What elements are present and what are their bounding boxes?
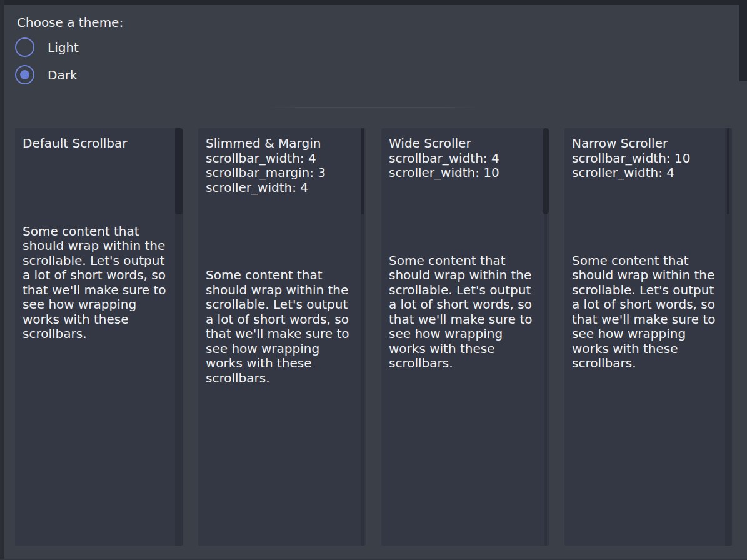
panel-slimmed-margin[interactable]: Slimmed & Margin scrollbar_width: 4 scro… xyxy=(198,128,366,546)
scrollbar-thumb[interactable] xyxy=(361,128,364,214)
panel-content: Some content that should wrap within the… xyxy=(572,254,722,371)
page-scrollbar[interactable] xyxy=(739,0,747,560)
panel-param: scroller_width: 10 xyxy=(389,166,540,181)
theme-chooser-label: Choose a theme: xyxy=(17,15,123,30)
radio-label: Dark xyxy=(48,68,77,82)
panel-title: Slimmed & Margin xyxy=(206,136,357,151)
panel-content: Some content that should wrap within the… xyxy=(206,268,356,386)
panel-content: Some content that should wrap within the… xyxy=(389,254,539,371)
section-divider xyxy=(267,107,481,108)
panel-param: scroller_width: 4 xyxy=(206,181,357,196)
panel-title: Wide Scroller xyxy=(389,136,540,151)
panel-param: scrollbar_width: 10 xyxy=(572,151,723,166)
panel-content: Some content that should wrap within the… xyxy=(23,224,173,342)
panel-param: scrollbar_margin: 3 xyxy=(206,166,357,181)
panel-wide-scroller[interactable]: Wide Scroller scrollbar_width: 4 scrolle… xyxy=(381,128,549,546)
radio-dot-icon xyxy=(20,42,29,52)
scrollbar-thumb[interactable] xyxy=(543,128,549,214)
radio-icon[interactable] xyxy=(15,65,34,84)
theme-chooser: Choose a theme: Light Dark xyxy=(17,15,123,30)
panel-body: Slimmed & Margin scrollbar_width: 4 scro… xyxy=(198,128,366,386)
page-scrollbar-thumb[interactable] xyxy=(739,0,747,81)
panel-body: Wide Scroller scrollbar_width: 4 scrolle… xyxy=(381,128,549,371)
radio-label: Light xyxy=(48,40,79,55)
radio-option-dark[interactable]: Dark xyxy=(15,65,77,84)
radio-dot-icon xyxy=(20,70,29,79)
panel-title: Narrow Scroller xyxy=(572,136,723,151)
panel-param: scrollbar_width: 4 xyxy=(389,151,540,166)
window-top-edge xyxy=(0,0,747,5)
scrollbar-thumb[interactable] xyxy=(727,128,729,214)
panel-title: Default Scrollbar xyxy=(23,136,174,151)
panel-param: scrollbar_width: 4 xyxy=(206,151,357,166)
scrollbar-gallery: Default Scrollbar Some content that shou… xyxy=(15,128,732,546)
radio-icon[interactable] xyxy=(15,38,34,57)
panel-default-scrollbar[interactable]: Default Scrollbar Some content that shou… xyxy=(15,128,183,546)
panel-narrow-scroller[interactable]: Narrow Scroller scrollbar_width: 10 scro… xyxy=(564,128,732,546)
radio-option-light[interactable]: Light xyxy=(15,38,79,57)
panel-body: Narrow Scroller scrollbar_width: 10 scro… xyxy=(564,128,732,371)
panel-param: scroller_width: 4 xyxy=(572,166,723,181)
panel-body: Default Scrollbar Some content that shou… xyxy=(15,128,183,342)
window-left-edge xyxy=(0,0,4,560)
scrollbar-thumb[interactable] xyxy=(175,128,183,214)
